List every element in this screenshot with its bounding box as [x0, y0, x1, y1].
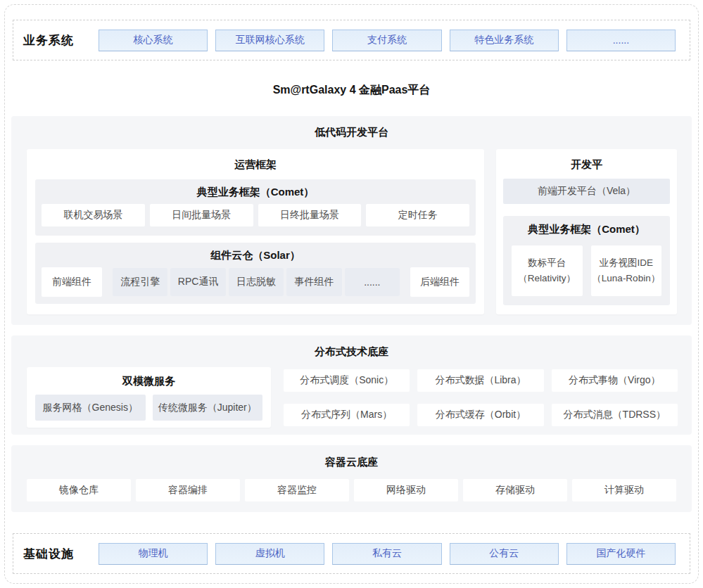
comet-framework-title: 典型业务框架（Comet）	[35, 179, 476, 199]
infra-public-cloud: 公有云	[450, 543, 559, 565]
node-orbit-cache: 分布式缓存（Orbit）	[417, 404, 543, 426]
comet-framework-items: 联机交易场景 日间批量场景 日终批量场景 定时任务	[42, 204, 469, 226]
lowcode-body: 运营框架 典型业务框架（Comet） 联机交易场景 日间批量场景 日终批量场景 …	[27, 149, 677, 314]
node-log-masking: 日志脱敏	[229, 268, 284, 296]
solar-component-title: 组件云仓（Solar）	[35, 243, 476, 262]
business-system-internet-core: 互联网核心系统	[215, 30, 324, 51]
node-event-components: 事件组件	[286, 268, 341, 296]
node-vela-frontend-platform: 前端开发平台（Vela）	[503, 179, 670, 204]
node-frontend-components: 前端组件	[42, 267, 102, 297]
dev-platform-title: 开发平	[496, 149, 677, 172]
node-scheduled-task: 定时任务	[366, 204, 469, 226]
dev-comet-box: 典型业务框架（Comet） 数标平台 （Relativity） 业务视图IDE …	[503, 216, 670, 305]
node-relativity-line1: 数标平台	[528, 255, 566, 271]
dev-comet-items: 数标平台 （Relativity） 业务视图IDE （Luna-Robin）	[512, 245, 661, 296]
node-luna-robin-line1: 业务视图IDE	[599, 255, 653, 271]
infra-private-cloud: 私有云	[332, 543, 441, 565]
comet-framework-box: 典型业务框架（Comet） 联机交易场景 日间批量场景 日终批量场景 定时任务	[35, 179, 476, 236]
node-image-registry: 镜像仓库	[27, 479, 131, 501]
infrastructure-label: 基础设施	[23, 546, 99, 562]
node-luna-robin-ide: 业务视图IDE （Luna-Robin）	[591, 245, 662, 296]
solar-component-box: 组件云仓（Solar） 前端组件 流程引擎 RPC通讯 日志脱敏 事件组件 ..…	[35, 243, 476, 304]
infrastructure-band: 基础设施 物理机 虚拟机 私有云 公有云 国产化硬件	[13, 533, 690, 574]
solar-component-items: 前端组件 流程引擎 RPC通讯 日志脱敏 事件组件 ...... 后端组件	[42, 267, 469, 297]
node-genesis-service-mesh: 服务网格（Genesis）	[35, 395, 146, 421]
lowcode-platform-section: 低代码开发平台 运营框架 典型业务框架（Comet） 联机交易场景 日间批量场景…	[11, 116, 692, 325]
node-container-orchestration: 容器编排	[136, 479, 240, 501]
distributed-base-section: 分布式技术底座 双模微服务 服务网格（Genesis） 传统微服务（Jupite…	[11, 335, 692, 435]
node-process-engine: 流程引擎	[113, 268, 167, 296]
architecture-diagram: 业务系统 核心系统 互联网核心系统 支付系统 特色业务系统 ...... Sm@…	[0, 0, 703, 588]
infra-virtual-machine: 虚拟机	[215, 543, 324, 565]
dual-mode-microservices-card: 双模微服务 服务网格（Genesis） 传统微服务（Jupiter）	[27, 367, 271, 428]
distributed-services-grid: 分布式调度（Sonic） 分布式数据（Libra） 分布式事物（Virgo） 分…	[284, 367, 678, 428]
infra-domestic-hardware: 国产化硬件	[566, 543, 676, 565]
node-storage-driver: 存储驱动	[463, 479, 567, 501]
infra-physical-machine: 物理机	[99, 543, 208, 565]
business-system-special: 特色业务系统	[450, 30, 559, 51]
node-network-driver: 网络驱动	[354, 479, 458, 501]
container-cloud-items: 镜像仓库 容器编排 容器监控 网络驱动 存储驱动 计算驱动	[27, 479, 676, 501]
dev-platform-card: 开发平 前端开发平台（Vela） 典型业务框架（Comet） 数标平台 （Rel…	[496, 149, 677, 314]
node-tdrss-messaging: 分布式消息（TDRSS）	[552, 404, 678, 426]
node-container-monitoring: 容器监控	[245, 479, 349, 501]
distributed-body: 双模微服务 服务网格（Genesis） 传统微服务（Jupiter） 分布式调度…	[27, 367, 678, 428]
business-system-more: ......	[566, 30, 676, 51]
node-online-trading: 联机交易场景	[42, 204, 145, 226]
node-luna-robin-line2: （Luna-Robin）	[592, 271, 660, 286]
dual-mode-items: 服务网格（Genesis） 传统微服务（Jupiter）	[35, 395, 262, 421]
business-systems-band: 业务系统 核心系统 互联网核心系统 支付系统 特色业务系统 ......	[13, 20, 690, 60]
node-solar-more: ......	[345, 268, 400, 296]
lowcode-platform-title: 低代码开发平台	[11, 116, 692, 139]
dual-mode-title: 双模微服务	[27, 367, 271, 388]
node-relativity-platform: 数标平台 （Relativity）	[512, 245, 583, 296]
node-mars-sequence: 分布式序列（Mars）	[284, 404, 410, 426]
business-system-payment: 支付系统	[332, 30, 441, 51]
operation-framework-title: 运营框架	[27, 149, 484, 172]
node-relativity-line2: （Relativity）	[518, 271, 576, 286]
node-sonic-scheduling: 分布式调度（Sonic）	[284, 369, 410, 392]
platform-title: Sm@rtGalaxy 4 金融Paas平台	[0, 83, 703, 98]
node-libra-data: 分布式数据（Libra）	[417, 369, 543, 392]
distributed-base-title: 分布式技术底座	[11, 335, 692, 359]
business-systems-buttons: 核心系统 互联网核心系统 支付系统 特色业务系统 ......	[99, 30, 676, 51]
operation-framework-card: 运营框架 典型业务框架（Comet） 联机交易场景 日间批量场景 日终批量场景 …	[27, 149, 484, 314]
node-eod-batch: 日终批量场景	[258, 204, 362, 226]
node-rpc-comm: RPC通讯	[170, 268, 225, 296]
node-virgo-transaction: 分布式事物（Virgo）	[552, 369, 678, 392]
infrastructure-buttons: 物理机 虚拟机 私有云 公有云 国产化硬件	[99, 543, 676, 565]
dev-comet-title: 典型业务框架（Comet）	[503, 216, 670, 236]
container-cloud-title: 容器云底座	[11, 445, 692, 469]
business-system-core: 核心系统	[99, 30, 208, 51]
node-backend-components: 后端组件	[410, 267, 469, 297]
container-cloud-section: 容器云底座 镜像仓库 容器编排 容器监控 网络驱动 存储驱动 计算驱动	[11, 445, 692, 512]
node-daytime-batch: 日间批量场景	[150, 204, 253, 226]
node-compute-driver: 计算驱动	[572, 479, 676, 501]
node-jupiter-microservices: 传统微服务（Jupiter）	[153, 395, 263, 421]
business-systems-label: 业务系统	[23, 32, 99, 49]
solar-middle-items: 流程引擎 RPC通讯 日志脱敏 事件组件 ......	[113, 268, 400, 296]
